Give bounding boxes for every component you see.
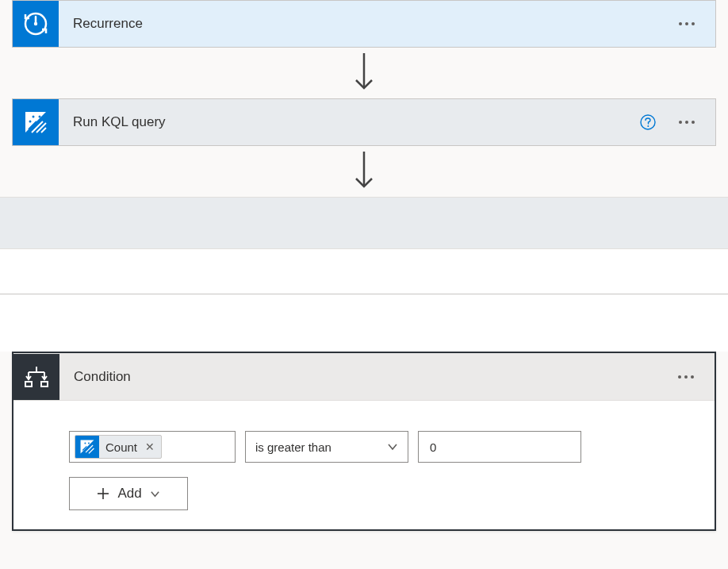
spacer-band — [0, 197, 728, 249]
token-label: Count — [99, 440, 144, 454]
condition-card: Condition — [12, 352, 716, 531]
kql-icon — [75, 435, 99, 459]
svg-line-10 — [36, 123, 46, 133]
help-icon[interactable] — [639, 113, 657, 131]
token-remove-icon[interactable]: ✕ — [144, 440, 161, 453]
recurrence-icon — [13, 1, 59, 47]
condition-title: Condition — [59, 369, 673, 385]
kql-more-menu[interactable] — [674, 116, 699, 129]
white-gap — [0, 249, 728, 294]
svg-line-11 — [41, 128, 46, 133]
svg-rect-19 — [25, 382, 32, 386]
recurrence-title: Recurrence — [59, 16, 674, 32]
svg-point-6 — [33, 116, 35, 118]
condition-row: Count ✕ is greater than — [69, 431, 700, 463]
add-condition-button[interactable]: Add — [69, 477, 188, 510]
chevron-down-icon — [387, 441, 398, 452]
connector-arrow — [0, 48, 728, 98]
condition-left-operand-field[interactable]: Count ✕ — [69, 431, 236, 463]
white-gap — [0, 294, 728, 352]
condition-icon — [13, 354, 59, 400]
condition-operator-select[interactable]: is greater than — [245, 431, 408, 463]
svg-point-22 — [88, 443, 90, 444]
recurrence-step-card[interactable]: Recurrence — [12, 0, 716, 48]
kql-title: Run KQL query — [59, 114, 639, 130]
condition-header[interactable]: Condition — [13, 353, 715, 401]
svg-point-13 — [647, 125, 649, 127]
condition-value-field[interactable] — [418, 431, 581, 463]
operator-value: is greater than — [255, 440, 331, 454]
plus-icon — [97, 487, 109, 500]
recurrence-more-menu[interactable] — [674, 17, 699, 30]
condition-more-menu[interactable] — [673, 371, 699, 383]
add-button-label: Add — [117, 486, 141, 502]
svg-point-7 — [29, 121, 32, 123]
kql-icon — [13, 99, 59, 145]
svg-rect-20 — [41, 382, 48, 386]
kql-step-card[interactable]: Run KQL query — [12, 98, 716, 146]
connector-arrow — [0, 146, 728, 197]
count-token-chip: Count ✕ — [75, 435, 162, 459]
chevron-down-icon — [150, 489, 160, 499]
svg-point-23 — [84, 443, 86, 444]
condition-value-input[interactable] — [428, 440, 571, 455]
svg-point-5 — [39, 116, 41, 118]
